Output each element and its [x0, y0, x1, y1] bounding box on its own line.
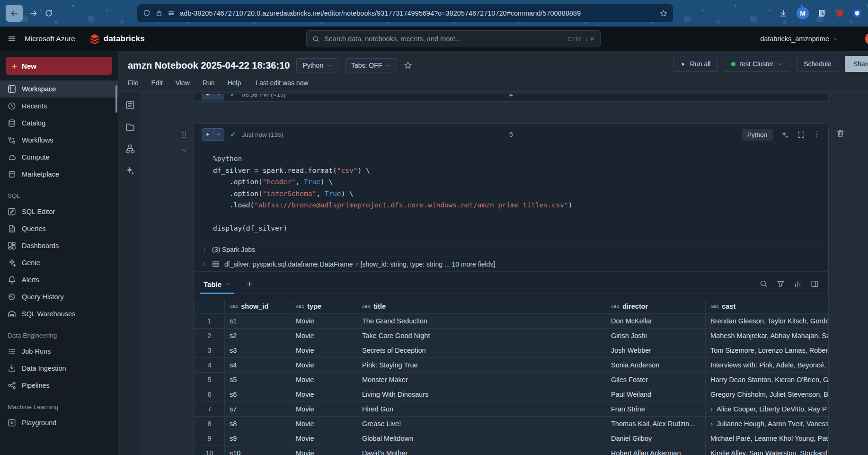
- table-row-8[interactable]: 8s8MovieGrease Live!Thomas Kail, Alex Ru…: [195, 416, 828, 431]
- sidebar-item-dashboards[interactable]: Dashboards: [0, 237, 118, 254]
- downloads-icon[interactable]: [779, 9, 788, 18]
- table-of-contents-icon[interactable]: [125, 100, 135, 110]
- cell-director: Fran Strine: [606, 401, 706, 416]
- menu-help[interactable]: Help: [227, 79, 241, 87]
- notebook-header: amzn Notebook 2025-04-22 18:36:10 Python…: [118, 51, 868, 92]
- address-bar[interactable]: adb-3820574672710720.0.azuredatabricks.n…: [137, 4, 673, 22]
- account-avatar[interactable]: [865, 33, 868, 45]
- password-extension-icon[interactable]: [853, 9, 861, 18]
- column-header-type[interactable]: ABCtype: [291, 299, 357, 313]
- menu-file[interactable]: File: [128, 79, 139, 87]
- add-visualization-button[interactable]: +: [247, 279, 252, 294]
- sidebar-item-recents[interactable]: Recents: [0, 98, 118, 115]
- table-row-4[interactable]: 4s4MoviePink: Staying TrueSonia Anderson…: [195, 357, 828, 372]
- cluster-selector[interactable]: test Cluster: [724, 56, 790, 72]
- global-search-input[interactable]: Search data, notebooks, recents, and mor…: [306, 30, 601, 47]
- sidebar-item-pipelines[interactable]: Pipelines: [0, 377, 118, 394]
- previous-cell[interactable]: ✓ 06:58 PM (<1s) 4: [194, 94, 829, 102]
- cell-language-chip[interactable]: Python: [742, 129, 773, 141]
- forward-arrow-icon[interactable]: [29, 9, 38, 18]
- code-editor[interactable]: %pythondf_silver = spark.read.format("cs…: [194, 145, 828, 242]
- sidebar-item-workflows[interactable]: Workflows: [0, 132, 118, 149]
- schema-browser-icon[interactable]: [125, 144, 135, 153]
- browser-back-button[interactable]: [6, 5, 23, 22]
- share-button[interactable]: Share: [845, 56, 868, 72]
- sidebar-item-catalog[interactable]: Catalog: [0, 115, 118, 132]
- column-header-title[interactable]: ABCtitle: [357, 299, 606, 313]
- sidebar-item-queries[interactable]: Queries: [0, 220, 118, 237]
- table-row-2[interactable]: 2s2MovieTake Care Good NightGirish Joshi…: [195, 328, 828, 343]
- expand-cell-icon[interactable]: [797, 131, 805, 139]
- sidebar-item-job-runs[interactable]: Job Runs: [0, 343, 118, 360]
- column-header-cast[interactable]: ABCcast: [706, 299, 828, 313]
- sidebar-item-sql-editor[interactable]: SQL Editor: [0, 203, 118, 220]
- table-row-9[interactable]: 9s9MovieGlobal MeltdownDaniel GilboyMich…: [195, 431, 828, 446]
- table-row-6[interactable]: 6s6MovieLiving With DinosaursPaul Weilan…: [195, 387, 828, 401]
- menu-run[interactable]: Run: [203, 79, 215, 87]
- hamburger-menu-icon[interactable]: [8, 35, 16, 43]
- chevron-right-icon: [202, 247, 207, 252]
- table-row-5[interactable]: 5s5MovieMonster MakerGiles FosterHarry D…: [195, 372, 828, 387]
- run-cell-button[interactable]: [202, 128, 224, 141]
- sidebar-scrollbar-thumb[interactable]: [115, 85, 117, 113]
- column-header-director[interactable]: ABCdirector: [606, 299, 706, 313]
- lock-icon[interactable]: [155, 9, 163, 17]
- chart-options-icon[interactable]: [794, 280, 802, 288]
- filter-icon[interactable]: [777, 280, 785, 288]
- permissions-icon[interactable]: [168, 9, 175, 17]
- cell-cast: Michael Paré, Leanne Khol Young, Patr: [706, 431, 828, 446]
- folder-icon[interactable]: [125, 122, 135, 132]
- cell-menu-icon[interactable]: ⋮: [813, 131, 821, 138]
- cell-director: Robert Allan Ackerman: [606, 446, 706, 455]
- run-cell-button[interactable]: [202, 94, 224, 100]
- table-row-10[interactable]: 10s10MovieDavid's MotherRobert Allan Ack…: [195, 446, 828, 455]
- databricks-logo[interactable]: databricks: [89, 34, 145, 44]
- sidebar-item-sql-warehouses[interactable]: SQL Warehouses: [0, 305, 118, 322]
- notebook-title: amzn Notebook 2025-04-22 18:36:10: [128, 60, 290, 71]
- bookmark-star-icon[interactable]: [660, 9, 667, 17]
- expand-array-icon[interactable]: ›: [710, 405, 713, 413]
- last-edit-link[interactable]: Last edit was now: [256, 79, 308, 87]
- dataframe-summary-toggle[interactable]: df_silver: pyspark.sql.dataframe.DataFra…: [194, 257, 828, 271]
- sidebar-item-query-history[interactable]: Query History: [0, 288, 118, 305]
- adblock-extension-icon[interactable]: [835, 9, 844, 18]
- table-row-7[interactable]: 7s7MovieHired GunFran Strine›Alice Coope…: [195, 401, 828, 416]
- cell-title: Take Care Good Night: [357, 328, 606, 343]
- sidebar-item-workspace[interactable]: Workspace: [0, 80, 118, 98]
- delete-cell-icon[interactable]: [836, 129, 845, 138]
- table-row-3[interactable]: 3s3MovieSecrets of DeceptionJosh WebberT…: [195, 343, 828, 357]
- new-button[interactable]: + New: [6, 57, 112, 75]
- string-type-icon: ABC: [611, 304, 620, 309]
- tab-table[interactable]: Table: [204, 280, 232, 294]
- cell-title: Global Meltdown: [357, 431, 606, 446]
- notebook-language-selector[interactable]: Python: [296, 58, 338, 72]
- sidebar-item-genie[interactable]: Genie: [0, 254, 118, 271]
- cell-drag-handle[interactable]: [180, 131, 188, 139]
- sidebar-item-marketplace[interactable]: Marketplace: [0, 166, 118, 183]
- browser-profile-avatar[interactable]: M: [797, 7, 809, 19]
- run-all-button[interactable]: Run all: [673, 56, 718, 72]
- sidebar-item-compute[interactable]: Compute: [0, 149, 118, 166]
- cell-collapse-icon[interactable]: [181, 147, 187, 153]
- menu-edit[interactable]: Edit: [151, 79, 163, 87]
- library-icon[interactable]: [818, 9, 826, 18]
- assistant-sparkle-icon[interactable]: [125, 166, 135, 175]
- side-panel-icon[interactable]: [811, 280, 819, 288]
- search-results-icon[interactable]: [760, 280, 768, 288]
- refresh-icon[interactable]: [44, 9, 53, 18]
- favorite-star-icon[interactable]: [404, 61, 412, 70]
- tracking-shield-icon[interactable]: [143, 9, 151, 17]
- tabs-toggle[interactable]: Tabs: OFF: [345, 58, 397, 72]
- assistant-sparkle-icon[interactable]: [781, 131, 789, 139]
- workspace-selector[interactable]: databricks_amznprime: [760, 35, 839, 43]
- schedule-button[interactable]: Schedule: [796, 56, 839, 72]
- menu-view[interactable]: View: [176, 79, 190, 87]
- column-header-show-id[interactable]: ABCshow_id: [225, 299, 291, 313]
- spark-jobs-toggle[interactable]: (3) Spark Jobs: [194, 242, 828, 257]
- sidebar-item-data-ingestion[interactable]: Data Ingestion: [0, 360, 118, 377]
- sidebar-item-alerts[interactable]: Alerts: [0, 271, 118, 288]
- sidebar-item-playground[interactable]: Playground: [0, 414, 118, 431]
- cell-type: Movie: [291, 343, 357, 357]
- expand-array-icon[interactable]: ›: [710, 419, 713, 428]
- table-row-1[interactable]: 1s1MovieThe Grand SeductionDon McKellarB…: [195, 313, 828, 328]
